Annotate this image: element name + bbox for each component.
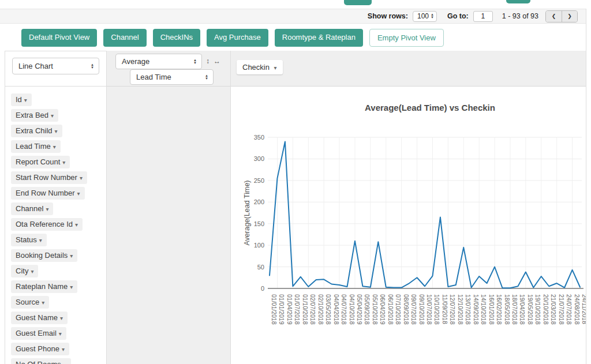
x-tick-label: 21/07/2018 (558, 294, 565, 325)
pivot-view-button[interactable]: Roomtype & Rateplan (275, 29, 363, 47)
field-chip-no-of-rooms[interactable]: No Of Rooms▾ (11, 358, 71, 364)
measures-header: Average ▲▼ ↕ ↔ Lead Time ▲▼ (107, 51, 230, 87)
chevron-down-icon: ▾ (274, 65, 277, 71)
chevron-down-icon: ▾ (42, 299, 44, 306)
empty-pivot-view-button[interactable]: Empty Pivot View (369, 29, 444, 47)
field-chip-label: Extra Child (16, 126, 53, 135)
field-chip-extra-child[interactable]: Extra Child▾ (11, 125, 62, 137)
field-chip-booking-details[interactable]: Booking Details▾ (11, 249, 77, 262)
swap-horizontal-icon[interactable]: ↔ (214, 57, 220, 65)
x-tick-label: 05/09/2018 (364, 294, 371, 325)
x-tick-label: 13/07/2018 (465, 294, 472, 325)
field-chip-end-row-number[interactable]: End Row Number▾ (11, 187, 85, 200)
value-field-value: Lead Time (136, 73, 171, 81)
field-chip-label: Guest Email (16, 329, 57, 337)
x-tick-label: 11/09/2018 (442, 294, 448, 324)
chevron-down-icon: ▾ (75, 222, 78, 228)
field-chip-label: City (16, 267, 28, 275)
field-chip-extra-bed[interactable]: Extra Bed▾ (11, 109, 58, 122)
aggregator-value: Average (122, 57, 149, 66)
field-list: Id▾Extra Bed▾Extra Child▾Lead Time▾Repor… (5, 87, 106, 364)
pagination-toolbar: Show rows: 100 ▲▼ Go to: 1 1 - 93 of 93 … (0, 9, 586, 24)
field-chip-start-row-number[interactable]: Start Row Number▾ (11, 171, 87, 184)
spinner-icon: ▲▼ (431, 13, 434, 19)
field-chip-label: Report Count (16, 157, 60, 166)
clipped-button-top-2[interactable] (506, 0, 530, 3)
x-tick-label: 02/07/2018 (309, 294, 316, 325)
x-tick-label: 10/10/2018 (433, 294, 440, 325)
field-chip-status[interactable]: Status▾ (11, 234, 47, 246)
field-chip-id[interactable]: Id▾ (11, 93, 32, 106)
x-tick-label: 16/01/2018 (488, 294, 495, 325)
chart-area: 05010015020025030035001/01/201801/01/201… (231, 87, 586, 364)
x-tick-label: 01/01/2018 (271, 294, 278, 325)
x-tick-label: 04/10/2018 (349, 294, 356, 325)
x-tick-label: 05/04/2019 (356, 294, 363, 325)
prev-page-button[interactable]: ❮ (546, 11, 562, 22)
x-tick-label: 24/07/2018 (566, 294, 573, 325)
y-tick-label: 0 (261, 285, 264, 292)
column-dimension-label: Checkin (242, 63, 270, 72)
y-tick-label: 100 (254, 242, 264, 249)
show-rows-select[interactable]: 100 ▲▼ (413, 11, 437, 22)
chart-type-select[interactable]: Line Chart ▲▼ (12, 58, 99, 74)
field-chip-label: Rateplan Name (16, 282, 68, 291)
series-line (270, 141, 580, 288)
chevron-down-icon: ▾ (63, 362, 66, 364)
pivot-app: Show rows: 100 ▲▼ Go to: 1 1 - 93 of 93 … (0, 0, 591, 364)
swap-vertical-icon[interactable]: ↕ (206, 57, 210, 65)
field-chip-label: End Row Number (16, 189, 75, 197)
y-tick-label: 50 (257, 264, 264, 271)
chevron-down-icon: ▾ (39, 237, 42, 243)
value-field-select[interactable]: Lead Time ▲▼ (130, 69, 214, 85)
pivot-view-button[interactable]: CheckINs (153, 29, 200, 47)
field-chip-lead-time[interactable]: Lead Time▾ (11, 140, 61, 153)
y-tick-label: 350 (254, 134, 264, 141)
field-chip-ota-reference-id[interactable]: Ota Reference Id▾ (11, 218, 83, 231)
y-tick-label: 150 (254, 220, 264, 227)
x-tick-label: 06/10/2018 (387, 294, 394, 325)
y-axis-label: Average(Lead Time) (243, 180, 251, 245)
field-chip-guest-phone[interactable]: Guest Phone▾ (11, 343, 69, 355)
x-tick-label: 19/10/2018 (534, 294, 541, 325)
show-rows-value: 100 (417, 12, 429, 20)
x-tick-label: 18/05/2018 (504, 294, 511, 325)
field-chip-report-count[interactable]: Report Count▾ (11, 156, 70, 168)
field-chip-label: Booking Details (16, 251, 68, 260)
pivot-view-button[interactable]: Avg Purchase (207, 29, 268, 47)
field-chip-rateplan-name[interactable]: Rateplan Name▾ (11, 280, 77, 293)
goto-label: Go to: (447, 12, 469, 20)
x-tick-label: 01/10/2018 (302, 294, 309, 325)
field-chip-label: Lead Time (16, 142, 51, 151)
x-tick-label: 09/07/2018 (410, 294, 417, 325)
next-page-button[interactable]: ❯ (562, 11, 577, 22)
x-tick-label: 07/10/2018 (395, 294, 402, 325)
aggregator-select[interactable]: Average ▲▼ (115, 54, 202, 69)
clipped-button-top[interactable] (344, 0, 372, 5)
x-tick-label: 04/07/2018 (341, 294, 347, 325)
field-chip-guest-name[interactable]: Guest Name▾ (11, 312, 68, 324)
x-tick-label: 05/10/2018 (372, 294, 379, 325)
x-tick-label: 20/10/2018 (543, 294, 549, 325)
field-chip-guest-email[interactable]: Guest Email▾ (11, 327, 66, 340)
left-panel: Line Chart ▲▼ Id▾Extra Bed▾Extra Child▾L… (5, 51, 107, 364)
x-tick-label: 24/11/2018 (581, 294, 586, 324)
x-tick-label: 21/03/2018 (550, 294, 557, 325)
pivot-view-buttons: Default Pivot ViewChannelCheckINsAvg Pur… (21, 29, 444, 47)
column-dimension-chip[interactable]: Checkin ▾ (237, 60, 283, 74)
chevron-down-icon: ▾ (70, 253, 73, 259)
field-chip-channel[interactable]: Channel▾ (11, 202, 53, 215)
pivot-view-button[interactable]: Channel (103, 29, 146, 47)
pivot-view-button[interactable]: Default Pivot View (21, 29, 97, 47)
x-tick-label: 24/08/2018 (574, 294, 581, 325)
x-tick-label: 12/07/2018 (449, 294, 456, 325)
goto-input[interactable]: 1 (473, 11, 493, 22)
x-tick-label: 01/04/2019 (286, 294, 293, 325)
field-chip-source[interactable]: Source▾ (11, 296, 49, 309)
x-tick-label: 08/09/2018 (403, 294, 410, 325)
vertical-scrollbar-track[interactable] (586, 9, 591, 364)
columns-header: Checkin ▾ (231, 51, 586, 87)
y-tick-label: 200 (254, 198, 264, 205)
field-chip-city[interactable]: City▾ (11, 265, 38, 277)
chart-title: Average(Lead Time) vs Checkin (365, 103, 495, 112)
